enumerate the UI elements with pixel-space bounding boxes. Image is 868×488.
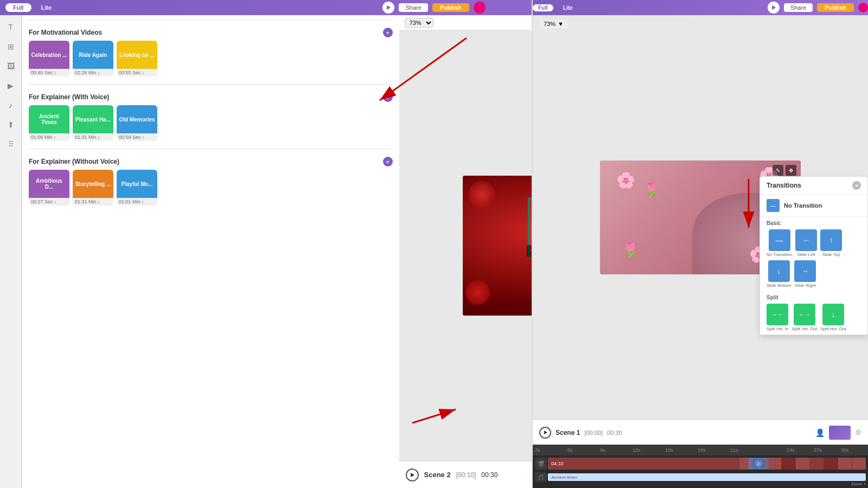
ruler-mark-12s: 12s	[633, 447, 665, 453]
zoom-select[interactable]: 73%	[405, 18, 433, 28]
no-transition-icon: —	[767, 199, 780, 212]
top-bar-center: Share Publish	[382, 2, 485, 14]
card-bottom-4: 01:06 Min ♪	[29, 133, 69, 141]
template-cards-1: Celebration ... 00:40 Sec ♪ Ride Again 0…	[29, 41, 393, 76]
transition-slide-bottom: ↓ Slide Bottom	[767, 260, 791, 288]
card-time-3: 00:55 Sec	[119, 70, 141, 75]
scene-name-label: Scene 2	[424, 471, 451, 479]
mode-lite-button[interactable]: Lite	[34, 3, 60, 12]
svg-marker-4	[772, 5, 776, 10]
rw-move-icon[interactable]: ✥	[786, 165, 796, 176]
template-card-oldmemories[interactable]: Old Memories 00:59 Sec ♪	[117, 105, 157, 141]
rw-scene-play-button[interactable]	[539, 427, 551, 439]
apps-tool-icon[interactable]: ⠿	[3, 137, 18, 152]
no-transition-row[interactable]: — No Transition	[760, 195, 867, 217]
rw-settings-icon[interactable]: ⚙	[855, 428, 861, 436]
rw-mode-full[interactable]: Full	[533, 4, 553, 11]
rw-publish-button[interactable]: Publish	[817, 3, 854, 12]
template-panel: For Motivational Videos + Celebration ..…	[22, 15, 399, 488]
rw-play-button[interactable]	[768, 2, 780, 14]
card-thumb-celebration: Celebration ...	[29, 41, 69, 69]
transition-btn-slide-top[interactable]: ↑	[820, 229, 842, 251]
ruler-mark-27s: 27s	[814, 447, 841, 453]
transition-btn-split-ver-in[interactable]: →←	[767, 304, 788, 325]
card-bottom-7: 00:27 Sec ♪	[29, 198, 69, 206]
transition-split-ver-in: →← Split Ver. In	[767, 304, 788, 331]
transition-label-slide-top: Slide Top	[822, 252, 840, 257]
music-tool-icon[interactable]: ♪	[3, 98, 18, 113]
transition-btn-no[interactable]: —	[769, 229, 790, 251]
card-thumb-old: Old Memories	[117, 105, 157, 133]
audio-track-icon[interactable]: 🎵	[535, 472, 547, 482]
mode-full-button[interactable]: Full	[5, 3, 31, 12]
play-preview-button[interactable]	[382, 2, 394, 14]
template-card-rideagain[interactable]: Ride Again 02:26 Min ♪	[73, 41, 113, 76]
transitions-split-section: Split →← Split Ver. In ←→ Split Ver. Out…	[760, 291, 867, 335]
video-tool-icon[interactable]: ▶	[3, 78, 18, 93]
transition-label-slide-left: Slide Left	[797, 252, 815, 257]
template-card-ambitious[interactable]: Ambitious D... 00:27 Sec ♪	[29, 170, 69, 206]
rw-mode-lite[interactable]: Lite	[558, 4, 578, 11]
transition-btn-slide-right[interactable]: →	[794, 260, 816, 282]
section-add-button-2[interactable]: +	[383, 92, 393, 102]
transition-label-slide-bottom: Slide Bottom	[767, 283, 791, 288]
audio-track-text: Ancient times	[551, 475, 577, 480]
music-icon-1: ♪	[54, 70, 57, 75]
rw-avatar-button[interactable]	[858, 3, 868, 12]
transition-slide-right: → Slide Right	[794, 260, 816, 288]
svg-marker-5	[544, 431, 547, 434]
scene-play-button[interactable]	[406, 468, 419, 481]
rw-scene-thumbnail[interactable]	[829, 426, 851, 440]
user-avatar-button[interactable]	[474, 2, 486, 14]
transitions-basic-section: Basic — No Transition ← Slide Left ↑ Sli…	[760, 217, 867, 291]
card-thumb-story: Storytelling ...	[73, 170, 113, 198]
transition-label-slide-right: Slide Right	[795, 283, 816, 288]
transitions-title: Transitions	[767, 182, 801, 189]
transition-btn-split-hor-out[interactable]: ↓	[822, 304, 844, 325]
section-title-explainer-voice: For Explainer (With Voice)	[29, 93, 109, 101]
template-card-playful[interactable]: Playful Me... 01:01 Min ♪	[117, 170, 157, 206]
transition-btn-split-ver-out[interactable]: ←→	[794, 304, 815, 325]
music-icon-3: ♪	[142, 70, 145, 75]
ruler-mark-30s: 30s	[841, 447, 868, 453]
rw-scene-name: Scene 1	[556, 429, 580, 436]
section-add-button-1[interactable]: +	[383, 28, 393, 37]
section-add-button-3[interactable]: +	[383, 157, 393, 166]
zoom-control[interactable]: Zoom +	[851, 481, 866, 486]
card-thumb-pleasant: Pleasant Ha...	[73, 105, 113, 133]
template-card-storytelling[interactable]: Storytelling ... 01:31 Min ♪	[73, 170, 113, 206]
scene-duration-label: 00:30	[481, 471, 497, 479]
template-card-celebration[interactable]: Celebration ... 00:40 Sec ♪	[29, 41, 69, 76]
transitions-header: Transitions ✕	[760, 177, 867, 195]
template-card-looking[interactable]: Looking on ... 00:55 Sec ♪	[117, 41, 157, 76]
share-button[interactable]: Share	[399, 3, 427, 12]
template-card-pleasant[interactable]: Pleasant Ha... 01:31 Min ♪	[73, 105, 113, 141]
template-card-ancient[interactable]: Ancient Times 01:06 Min ♪	[29, 105, 69, 141]
music-icon-7: ♪	[54, 199, 57, 204]
video-track-icon[interactable]: 🎬	[535, 458, 547, 470]
basic-section-title: Basic	[767, 220, 861, 226]
upload-tool-icon[interactable]: ⬆	[3, 117, 18, 132]
transitions-close-button[interactable]: ✕	[852, 181, 861, 190]
transitions-panel: Transitions ✕ — No Transition Basic — No…	[760, 176, 868, 335]
card-time-8: 01:31 Min	[75, 199, 97, 204]
template-section-explainer-voice: For Explainer (With Voice) + Ancient Tim…	[22, 89, 399, 144]
card-bottom-6: 00:59 Sec ♪	[117, 133, 157, 141]
rw-zoom-indicator[interactable]: 73% ▼	[539, 20, 568, 28]
split-section-title: Split	[767, 294, 861, 300]
transition-btn-slide-bottom[interactable]: ↓	[768, 260, 790, 282]
section-title-motivational: For Motivational Videos	[29, 29, 102, 36]
image-tool-icon[interactable]: 🖼	[3, 59, 18, 74]
mode-switcher: Full Lite	[5, 3, 59, 12]
card-thumb-looking: Looking on ...	[117, 41, 157, 69]
publish-button[interactable]: Publish	[432, 3, 469, 12]
transition-btn-slide-left[interactable]: ←	[795, 229, 817, 251]
rw-share-button[interactable]: Share	[784, 3, 813, 12]
section-title-explainer-novoice: For Explainer (Without Voice)	[29, 158, 119, 165]
rw-edit-icon[interactable]: ✎	[773, 165, 783, 176]
grid-tool-icon[interactable]: ⊞	[3, 39, 18, 54]
card-time-6: 00:59 Sec	[119, 134, 141, 140]
rw-video-track: 🎬 04:10 2	[535, 457, 866, 471]
text-tool-icon[interactable]: T	[3, 20, 18, 35]
card-bottom-2: 02:26 Min ♪	[73, 69, 113, 76]
